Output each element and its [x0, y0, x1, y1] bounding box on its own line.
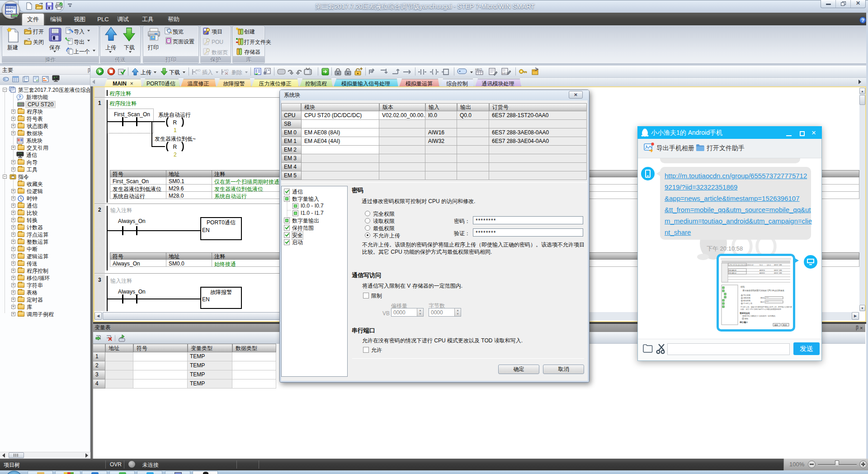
svg-text:读取权限: 读取权限	[743, 297, 750, 299]
svg-text:通过修改密码权限可控制对 CPU 的访问和修改: 通过修改密码权限可控制对 CPU 的访问和修改	[742, 289, 785, 292]
svg-text:HO: HO	[196, 69, 201, 72]
svg-text:HKO: HKO	[475, 68, 482, 71]
svg-text:V02.02: V02.02	[748, 264, 754, 266]
svg-text:取消: 取消	[783, 324, 787, 326]
svg-text:EM AE08: EM AE08	[729, 269, 736, 271]
svg-text:****: ****	[766, 297, 769, 299]
svg-text:R: R	[173, 119, 177, 126]
svg-text:R: R	[173, 144, 177, 150]
svg-text:CPU ST20 (DC/DC/DC): CPU ST20 (DC/DC/DC)	[729, 264, 748, 266]
svg-text:不允许上传: 不允许上传	[743, 302, 752, 304]
svg-text:最低权限: 最低权限	[743, 299, 750, 302]
svg-text:比较。其它 CPU 功能的保护方式与最低权限密码相同: 比较。其它 CPU 功能的保护方式与最低权限密码相同	[741, 308, 781, 310]
svg-text:6ES7 288: 6ES7 288	[774, 269, 782, 271]
svg-text:6ES7 288: 6ES7 288	[774, 264, 782, 266]
svg-text:确定: 确定	[774, 324, 778, 326]
svg-text:完全权限: 完全权限	[743, 294, 750, 296]
svg-text:Q0.0: Q0.0	[767, 264, 771, 266]
svg-text:EM AE04: EM AE04	[729, 272, 736, 274]
svg-text:验证: 验证	[760, 301, 764, 303]
svg-text:HO: HO	[224, 69, 229, 72]
svg-text:6ES7 288: 6ES7 288	[774, 272, 782, 274]
svg-text:I0.0: I0.0	[760, 264, 763, 266]
svg-text:?: ?	[19, 95, 21, 99]
svg-text:通信写访问: 通信写访问	[740, 312, 750, 315]
svg-text:不允许上传。该级别的密码保护将阻止程序上传（即使输入正确的密: 不允许上传。该级别的密码保护将阻止程序上传（即使输入正确的密码）	[741, 306, 792, 308]
svg-text:****: ****	[766, 301, 769, 303]
svg-text:密码: 密码	[760, 297, 764, 299]
svg-text:密码: 密码	[741, 285, 745, 288]
svg-text:AIW32: AIW32	[760, 272, 765, 274]
svg-text:AIW16: AIW16	[760, 269, 765, 271]
